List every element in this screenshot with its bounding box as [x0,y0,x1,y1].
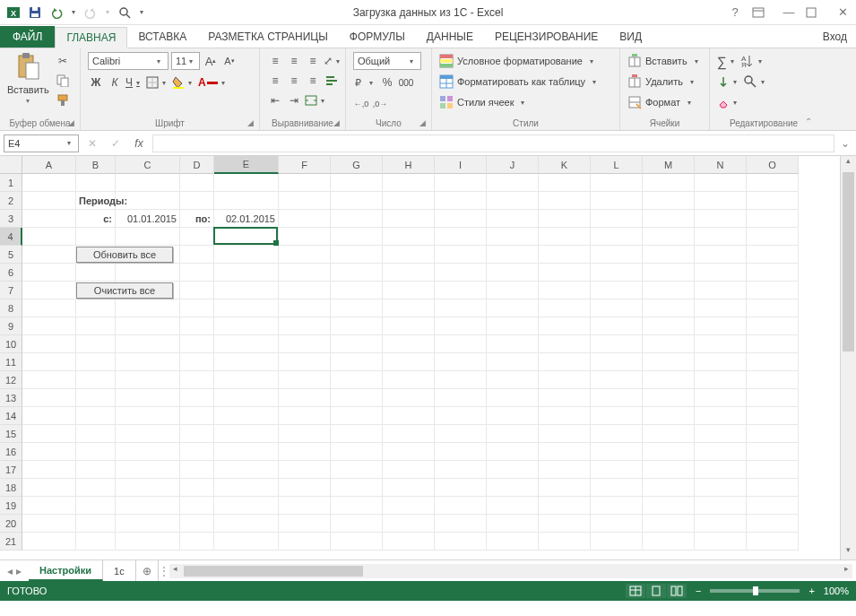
row-header[interactable]: 20 [0,515,22,533]
cell[interactable] [487,335,539,353]
cell[interactable] [383,317,435,335]
orientation-icon[interactable]: ⤢▾ [324,52,343,70]
cell[interactable] [331,515,383,533]
tab-formulas[interactable]: ФОРМУЛЫ [339,26,416,48]
cell[interactable] [487,443,539,461]
cell[interactable] [76,335,116,353]
cell[interactable] [76,228,116,246]
row-header[interactable]: 14 [0,407,22,425]
increase-indent-icon[interactable]: ⇥ [286,91,302,109]
copy-icon[interactable] [55,72,71,90]
cell[interactable] [591,264,643,282]
cell[interactable] [116,192,180,210]
scroll-left-icon[interactable]: ◂ [169,564,182,573]
tab-split-handle[interactable]: ⋮ [159,565,166,577]
cell[interactable] [643,515,695,533]
cell[interactable] [695,497,747,515]
column-header[interactable]: J [487,156,539,174]
cell[interactable] [331,461,383,479]
cell[interactable] [643,407,695,425]
signin-link[interactable]: Вход [823,26,856,48]
cell[interactable] [22,210,76,228]
row-header[interactable]: 1 [0,174,22,192]
cell[interactable] [180,479,214,497]
comma-icon[interactable]: 000 [398,74,414,91]
cell[interactable] [591,497,643,515]
page-break-view-icon[interactable] [667,584,687,598]
fill-icon[interactable]: ▾ [717,73,740,91]
cell[interactable] [279,479,331,497]
cell[interactable] [591,317,643,335]
tab-next-icon[interactable]: ▸ [16,565,22,577]
cell[interactable] [383,246,435,264]
cell[interactable] [747,425,799,443]
cell[interactable] [643,210,695,228]
cell[interactable] [331,174,383,192]
tab-home[interactable]: ГЛАВНАЯ [55,27,127,48]
cell[interactable] [435,282,487,299]
column-header[interactable]: M [643,156,695,174]
column-header[interactable]: D [180,156,214,174]
enter-formula-icon[interactable]: ✓ [106,134,125,152]
cell[interactable] [487,174,539,192]
cell[interactable] [180,389,214,407]
cell[interactable] [214,353,279,371]
zoom-thumb[interactable] [753,586,758,595]
cell[interactable] [383,282,435,299]
cell[interactable] [383,335,435,353]
cell[interactable] [695,264,747,282]
underline-button[interactable]: Ч▾ [125,74,143,91]
cell[interactable] [116,264,180,282]
cell[interactable] [331,389,383,407]
cell[interactable] [643,479,695,497]
cell[interactable] [180,299,214,317]
cell[interactable] [643,317,695,335]
cell[interactable] [695,210,747,228]
cell[interactable] [695,425,747,443]
cell[interactable] [539,515,591,533]
cell[interactable] [279,210,331,228]
cell[interactable] [591,443,643,461]
font-size-combo[interactable]: 11▾ [171,52,200,70]
cell[interactable] [279,407,331,425]
cell[interactable] [383,497,435,515]
cell[interactable] [279,246,331,264]
cell[interactable] [695,371,747,389]
cell[interactable] [331,210,383,228]
cell[interactable] [747,174,799,192]
cell[interactable] [435,497,487,515]
cell[interactable] [331,246,383,264]
font-launcher-icon[interactable]: ◢ [247,118,256,127]
tab-file[interactable]: ФАЙЛ [0,26,55,48]
tab-prev-icon[interactable]: ◂ [7,565,13,577]
cell[interactable] [116,353,180,371]
cell[interactable] [116,389,180,407]
cell[interactable] [747,461,799,479]
cell[interactable] [116,174,180,192]
cell[interactable] [214,389,279,407]
cell-styles-button[interactable]: Стили ячеек▾ [439,93,528,111]
cell[interactable] [695,299,747,317]
redo-icon[interactable] [81,3,100,22]
cell[interactable] [539,210,591,228]
cell[interactable] [22,461,76,479]
cell[interactable] [435,461,487,479]
cell[interactable] [643,371,695,389]
cell[interactable] [116,497,180,515]
column-header[interactable]: K [539,156,591,174]
cell[interactable] [22,299,76,317]
cell[interactable] [539,497,591,515]
cell[interactable] [383,174,435,192]
qat-customize-icon[interactable]: ▾ [136,3,147,22]
alignment-launcher-icon[interactable]: ◢ [333,118,342,127]
cell[interactable] [22,443,76,461]
cell[interactable] [22,353,76,371]
cell[interactable] [76,461,116,479]
tab-data[interactable]: ДАННЫЕ [416,26,484,48]
column-header[interactable]: A [22,156,76,174]
cell[interactable] [435,389,487,407]
cell[interactable] [383,389,435,407]
cell[interactable] [22,389,76,407]
increase-decimal-icon[interactable]: ←,0 [353,95,369,113]
new-sheet-icon[interactable]: ⊕ [136,560,158,581]
